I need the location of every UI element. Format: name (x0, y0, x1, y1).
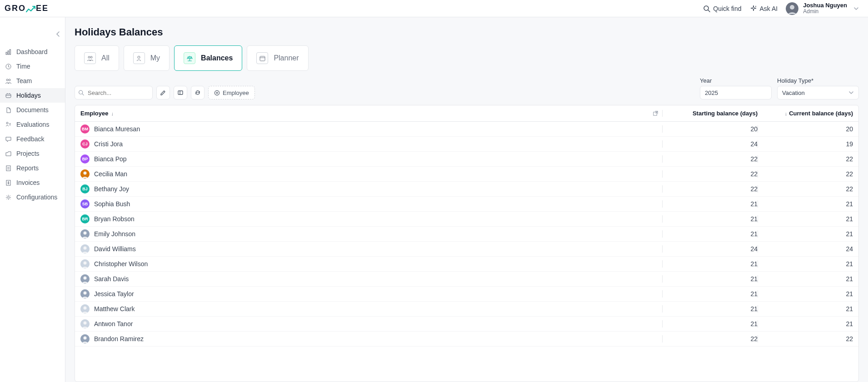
svg-point-39 (84, 292, 87, 295)
column-header-current-balance[interactable]: ↓ Current balance (days) (758, 110, 853, 117)
svg-point-15 (7, 196, 9, 198)
svg-point-18 (138, 56, 140, 58)
svg-point-2 (755, 6, 756, 7)
table-row[interactable]: CJCristi Jora2419 (75, 137, 858, 152)
current-balance-cell: 21 (758, 260, 853, 268)
chevron-down-icon (848, 90, 854, 95)
svg-point-43 (84, 322, 87, 325)
table-row[interactable]: Sarah Davis2121 (75, 272, 858, 287)
svg-point-41 (84, 307, 87, 310)
sidebar-item-label: Configurations (16, 193, 57, 201)
svg-point-12 (6, 122, 8, 124)
sidebar-item-invoices[interactable]: Invoices (0, 175, 65, 190)
current-balance-cell: 21 (758, 305, 853, 313)
employee-avatar: SB (80, 199, 90, 208)
table-row[interactable]: BRBryan Robson2121 (75, 212, 858, 227)
sidebar-item-dashboard[interactable]: Dashboard (0, 45, 65, 59)
plus-circle-icon (214, 90, 220, 96)
user-menu[interactable]: Joshua Nguyen Admin (786, 2, 859, 15)
employee-filter-button[interactable]: Employee (208, 86, 255, 99)
starting-balance-cell: 21 (662, 305, 758, 313)
table-row[interactable]: David Williams2424 (75, 242, 858, 257)
sidebar-item-projects[interactable]: Projects (0, 146, 65, 161)
quick-find-button[interactable]: Quick find (703, 5, 741, 12)
employee-name: Brandon Ramirez (94, 335, 144, 342)
starting-balance-cell: 24 (662, 140, 758, 148)
svg-rect-6 (8, 51, 9, 55)
sidebar-item-team[interactable]: Team (0, 74, 65, 88)
employee-name: Sophia Bush (94, 200, 130, 208)
svg-point-4 (790, 5, 794, 10)
sort-arrow-icon: ↓ (111, 111, 114, 116)
chevron-down-icon (853, 6, 859, 11)
planner-icon (256, 52, 268, 64)
year-select[interactable]: 2025 (700, 86, 772, 99)
employee-avatar (80, 289, 90, 298)
tab-planner[interactable]: Planner (247, 45, 308, 71)
refresh-button[interactable] (191, 86, 205, 99)
tab-all[interactable]: All (75, 45, 119, 71)
table-row[interactable]: Antwon Tanor2121 (75, 317, 858, 332)
current-balance-cell: 21 (758, 275, 853, 283)
svg-rect-5 (6, 52, 7, 55)
table-row[interactable]: BJBethany Joy2222 (75, 182, 858, 197)
column-separator-icon (649, 110, 662, 116)
tab-balances[interactable]: Balances (174, 45, 242, 71)
employee-name: Antwon Tanor (94, 320, 133, 327)
sidebar-collapse-button[interactable] (55, 31, 61, 37)
feedback-icon (5, 135, 12, 143)
ask-ai-button[interactable]: Ask AI (750, 5, 778, 12)
dashboard-icon (5, 48, 12, 55)
brand-logo[interactable]: GRO EE (5, 4, 49, 13)
table-row[interactable]: Christopher Wilson2121 (75, 257, 858, 272)
holiday-type-select[interactable]: Vacation (777, 86, 859, 99)
sparkle-icon (750, 5, 757, 12)
sidebar-item-holidays[interactable]: Holidays (0, 88, 65, 103)
employee-name: Cristi Jora (94, 140, 123, 148)
current-balance-cell: 21 (758, 200, 853, 208)
documents-icon (5, 106, 12, 114)
employee-avatar (80, 259, 90, 268)
starting-balance-cell: 21 (662, 215, 758, 223)
employee-avatar: CJ (80, 139, 90, 149)
employee-name: David Williams (94, 245, 136, 253)
logo-icon (26, 5, 36, 14)
edit-button[interactable] (156, 86, 170, 99)
current-balance-cell: 22 (758, 335, 853, 342)
current-balance-cell: 22 (758, 155, 853, 163)
search-icon (703, 5, 710, 12)
sidebar-item-reports[interactable]: Reports (0, 161, 65, 175)
sidebar-item-time[interactable]: Time (0, 59, 65, 74)
employee-avatar (80, 169, 90, 179)
sidebar-item-documents[interactable]: Documents (0, 103, 65, 117)
projects-icon (5, 150, 12, 157)
column-header-starting-balance[interactable]: Starting balance (days) (662, 110, 758, 117)
sidebar-item-feedback[interactable]: Feedback (0, 132, 65, 146)
table-row[interactable]: Jessica Taylor2121 (75, 287, 858, 302)
table-row[interactable]: Brandon Ramirez2222 (75, 332, 858, 347)
table-row[interactable]: SBSophia Bush2121 (75, 197, 858, 212)
starting-balance-cell: 21 (662, 320, 758, 327)
table-row[interactable]: BPBianca Pop2222 (75, 152, 858, 167)
table-row[interactable]: Cecilia Man2222 (75, 167, 858, 182)
columns-button[interactable] (174, 86, 187, 99)
sidebar-item-evaluations[interactable]: Evaluations (0, 117, 65, 132)
search-input[interactable] (75, 86, 153, 99)
current-balance-cell: 21 (758, 320, 853, 327)
svg-point-17 (90, 56, 92, 58)
table-row[interactable]: Matthew Clark2121 (75, 302, 858, 317)
sidebar-item-configurations[interactable]: Configurations (0, 190, 65, 204)
tab-my[interactable]: My (124, 45, 170, 71)
sidebar-item-label: Dashboard (16, 48, 48, 55)
column-header-employee[interactable]: Employee ↓ (80, 110, 649, 117)
table-row[interactable]: Emily Johnson2121 (75, 227, 858, 242)
chevron-left-icon (55, 31, 61, 37)
current-balance-cell: 19 (758, 140, 853, 148)
svg-point-37 (84, 277, 87, 280)
table-row[interactable]: BMBianca Muresan2020 (75, 122, 858, 137)
employee-name: Bryan Robson (94, 215, 135, 223)
svg-point-16 (88, 56, 90, 58)
current-balance-cell: 21 (758, 290, 853, 298)
my-icon (133, 52, 145, 64)
sidebar-item-label: Team (16, 77, 32, 84)
